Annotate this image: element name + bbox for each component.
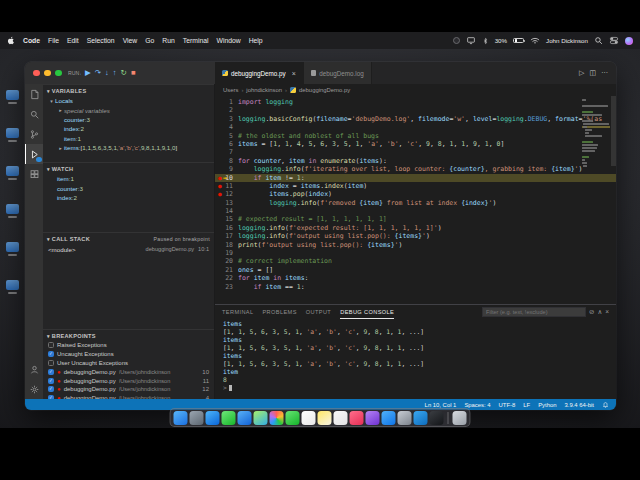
notifications-bell-icon[interactable] bbox=[602, 401, 609, 409]
variable-row[interactable]: ▸items: [1, 1, 5, 6, 3, 5, 1, 'a', 'b', … bbox=[43, 143, 214, 152]
checkbox[interactable]: ✓ bbox=[48, 369, 54, 375]
breakpoint-dot-icon[interactable]: ● bbox=[218, 174, 222, 182]
siri-icon[interactable] bbox=[625, 37, 633, 45]
step-into-button[interactable]: ↓ bbox=[105, 69, 109, 77]
close-window-button[interactable] bbox=[33, 70, 40, 77]
dock-app-store[interactable] bbox=[382, 411, 396, 425]
panel-tab-output[interactable]: OUTPUT bbox=[306, 305, 331, 319]
gutter[interactable]: 3 bbox=[215, 115, 238, 123]
desktop-icon[interactable] bbox=[6, 128, 19, 138]
dock-facetime[interactable] bbox=[286, 411, 300, 425]
code-line[interactable]: 18print(f'output using list.pop(): {item… bbox=[215, 241, 616, 249]
menu-go[interactable]: Go bbox=[145, 37, 154, 44]
statusbar-item[interactable]: 3.9.4 64-bit bbox=[565, 402, 594, 408]
minimize-window-button[interactable] bbox=[44, 70, 51, 77]
call-stack-header[interactable]: ▾ CALL STACK Paused on breakpoint bbox=[43, 233, 214, 244]
dock-trash[interactable] bbox=[453, 411, 467, 425]
code-line[interactable]: 20# correct implementation bbox=[215, 257, 616, 265]
chevron-icon[interactable]: ▸ bbox=[57, 145, 64, 151]
variable-row[interactable]: counter: 3 bbox=[43, 115, 214, 124]
checkbox[interactable] bbox=[48, 360, 54, 366]
gutter[interactable]: 5 bbox=[215, 132, 238, 140]
breakpoint-dot-icon[interactable]: ● bbox=[218, 190, 222, 198]
breakpoint-dot-icon[interactable]: ● bbox=[218, 182, 222, 190]
gutter[interactable]: 19 bbox=[215, 249, 238, 257]
watch-row[interactable]: index: 2 bbox=[43, 193, 214, 202]
tab-debuggingDemo.py[interactable]: debuggingDemo.py× bbox=[215, 62, 304, 84]
file-breakpoint-row[interactable]: ✓●debuggingDemo.py/Users/johndickinson12 bbox=[43, 385, 214, 394]
call-stack-frame[interactable]: <module>debuggingDemo.py10:1 bbox=[43, 244, 214, 254]
gutter[interactable]: 21 bbox=[215, 266, 238, 274]
gutter[interactable]: 8 bbox=[215, 157, 238, 165]
spotlight-search-icon[interactable] bbox=[594, 36, 603, 45]
checkbox[interactable]: ✓ bbox=[48, 351, 54, 357]
dock-music[interactable] bbox=[350, 411, 364, 425]
panel-tab-debug-console[interactable]: DEBUG CONSOLE bbox=[340, 305, 394, 319]
gutter[interactable]: ●12 bbox=[215, 190, 238, 198]
gutter[interactable]: 7 bbox=[215, 148, 238, 156]
tab-debugDemo.log[interactable]: debugDemo.log bbox=[304, 62, 372, 84]
code-line[interactable]: 8for counter, item in enumerate(items): bbox=[215, 157, 616, 165]
gutter[interactable]: 15 bbox=[215, 215, 238, 223]
wifi-icon[interactable] bbox=[530, 37, 540, 45]
run-and-debug-icon[interactable] bbox=[25, 144, 43, 164]
statusbar-item[interactable]: Spaces: 4 bbox=[464, 402, 490, 408]
variable-row[interactable]: index: 2 bbox=[43, 124, 214, 133]
checkbox[interactable]: ✓ bbox=[48, 378, 54, 384]
gutter[interactable]: 9 bbox=[215, 165, 238, 173]
source-control-icon[interactable] bbox=[25, 124, 43, 144]
checkbox[interactable] bbox=[48, 342, 54, 348]
file-breakpoint-row[interactable]: ✓●debuggingDemo.py/Users/johndickinson10 bbox=[43, 367, 214, 376]
menu-terminal[interactable]: Terminal bbox=[183, 37, 209, 44]
screen-recording-icon[interactable] bbox=[453, 37, 460, 44]
code-line[interactable]: 2 bbox=[215, 106, 616, 114]
gutter[interactable]: ●11 bbox=[215, 182, 238, 190]
code-line[interactable]: 5# the oldest and noblest of all bugs bbox=[215, 132, 616, 140]
zoom-window-button[interactable] bbox=[55, 70, 62, 77]
menu-view[interactable]: View bbox=[123, 37, 138, 44]
gutter[interactable]: 18 bbox=[215, 241, 238, 249]
variables-header[interactable]: ▾ VARIABLES bbox=[43, 85, 214, 96]
exception-breakpoint-row[interactable]: Raised Exceptions bbox=[43, 341, 214, 350]
gutter[interactable]: 4 bbox=[215, 123, 238, 131]
panel-tab-problems[interactable]: PROBLEMS bbox=[262, 305, 296, 319]
code-line[interactable]: 21ones = [] bbox=[215, 266, 616, 274]
checkbox[interactable]: ✓ bbox=[48, 386, 54, 392]
menu-help[interactable]: Help bbox=[249, 37, 263, 44]
code-line[interactable]: ●11 index = items.index(item) bbox=[215, 182, 616, 190]
display-icon[interactable] bbox=[466, 36, 476, 45]
breadcrumb-item[interactable]: debuggingDemo.py bbox=[299, 87, 350, 93]
variable-row[interactable]: item: 1 bbox=[43, 134, 214, 143]
watch-row[interactable]: counter: 3 bbox=[43, 183, 214, 192]
dock-maps[interactable] bbox=[254, 411, 268, 425]
gutter[interactable]: 16 bbox=[215, 224, 238, 232]
breakpoints-header[interactable]: ▾ BREAKPOINTS bbox=[43, 330, 214, 341]
desktop-icon[interactable] bbox=[6, 90, 19, 100]
bluetooth-icon[interactable] bbox=[482, 36, 489, 46]
code-line[interactable]: 9 logging.info(f'iterating over list, lo… bbox=[215, 165, 616, 173]
clear-console-icon[interactable]: ⊘ bbox=[589, 308, 594, 316]
panel-tab-ter-minal[interactable]: TERMINAL bbox=[222, 305, 253, 319]
console-prompt[interactable]: > bbox=[223, 384, 616, 392]
maximize-panel-icon[interactable]: ∧ bbox=[597, 308, 602, 316]
menubar-user[interactable]: John Dickinson bbox=[546, 37, 588, 44]
code-line[interactable]: ●→10 if item != 1: bbox=[215, 174, 616, 182]
console-filter-input[interactable] bbox=[482, 307, 586, 317]
gutter[interactable]: 23 bbox=[215, 283, 238, 291]
gutter[interactable]: 1 bbox=[215, 98, 238, 106]
dock-system-preferences[interactable] bbox=[398, 411, 412, 425]
gutter[interactable]: 20 bbox=[215, 257, 238, 265]
gutter[interactable]: 22 bbox=[215, 274, 238, 282]
breadcrumb-item[interactable]: Users bbox=[223, 87, 238, 93]
dock-finder[interactable] bbox=[174, 411, 188, 425]
code-line[interactable]: 6items = [1, 1, 4, 5, 6, 3, 5, 1, 'a', '… bbox=[215, 140, 616, 148]
explorer-icon[interactable] bbox=[25, 84, 43, 104]
battery-icon[interactable] bbox=[513, 38, 524, 44]
debug-console[interactable]: items[1, 1, 5, 6, 3, 5, 1, 'a', 'b', 'c'… bbox=[215, 319, 616, 399]
statusbar-item[interactable]: UTF-8 bbox=[499, 402, 516, 408]
desktop-icon[interactable] bbox=[6, 242, 19, 252]
file-breakpoint-row[interactable]: ✓●debuggingDemo.py/Users/johndickinson11 bbox=[43, 376, 214, 385]
dock-launchpad[interactable] bbox=[190, 411, 204, 425]
stop-button[interactable]: ■ bbox=[131, 69, 136, 77]
variable-row[interactable]: ▸special variables bbox=[43, 105, 214, 114]
